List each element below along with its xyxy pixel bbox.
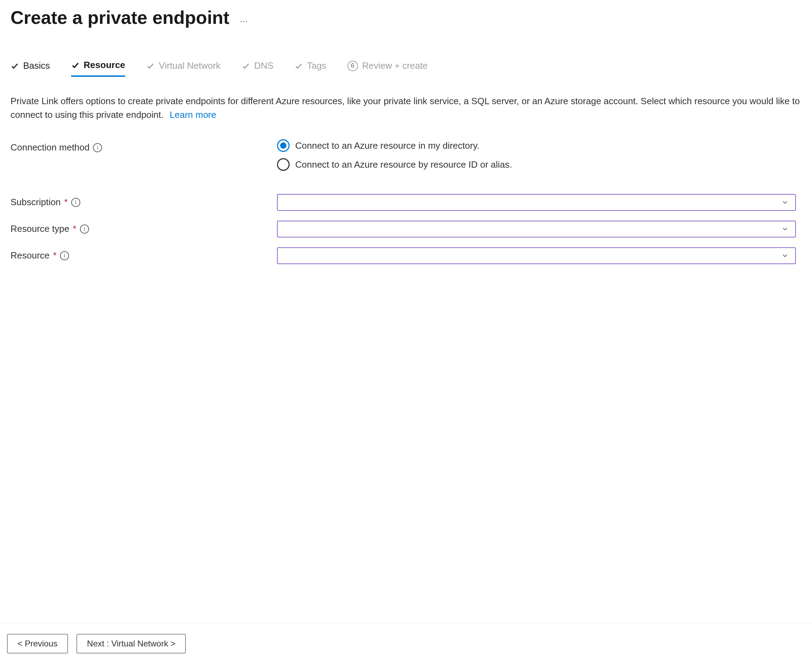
- step-number-icon: 6: [348, 61, 358, 71]
- check-icon: [11, 62, 19, 70]
- tab-label: Basics: [23, 60, 50, 71]
- required-indicator: *: [64, 197, 68, 208]
- tab-resource[interactable]: Resource: [71, 60, 125, 77]
- tab-review-create[interactable]: 6 Review + create: [348, 60, 428, 77]
- radio-unselected-icon: [277, 158, 290, 171]
- radio-option-directory[interactable]: Connect to an Azure resource in my direc…: [277, 139, 512, 152]
- tab-basics[interactable]: Basics: [11, 60, 50, 77]
- check-icon: [71, 61, 80, 70]
- tab-label: DNS: [254, 60, 273, 71]
- resource-label: Resource * i: [11, 247, 277, 261]
- tab-dns[interactable]: DNS: [242, 60, 273, 77]
- resource-type-label: Resource type * i: [11, 221, 277, 234]
- page-title: Create a private endpoint: [11, 7, 229, 28]
- chevron-down-icon: [781, 252, 789, 260]
- resource-dropdown[interactable]: [277, 247, 796, 264]
- tab-tags[interactable]: Tags: [294, 60, 326, 77]
- tab-virtual-network[interactable]: Virtual Network: [146, 60, 221, 77]
- learn-more-link[interactable]: Learn more: [170, 109, 216, 120]
- label-text: Subscription: [11, 197, 61, 208]
- label-text: Resource: [11, 250, 49, 261]
- required-indicator: *: [53, 250, 57, 261]
- radio-label: Connect to an Azure resource in my direc…: [295, 140, 480, 151]
- tab-label: Tags: [307, 60, 326, 71]
- radio-selected-icon: [277, 139, 290, 152]
- wizard-tabs: Basics Resource Virtual Network DNS Tags…: [11, 60, 801, 77]
- tab-label: Virtual Network: [159, 60, 221, 71]
- tab-description: Private Link offers options to create pr…: [11, 94, 801, 122]
- check-icon: [242, 62, 250, 70]
- connection-method-label: Connection method i: [11, 139, 277, 153]
- resource-type-dropdown[interactable]: [277, 221, 796, 238]
- description-text: Private Link offers options to create pr…: [11, 96, 800, 120]
- tab-label: Review + create: [362, 60, 428, 71]
- subscription-label: Subscription * i: [11, 194, 277, 208]
- label-text: Connection method: [11, 142, 89, 153]
- info-icon[interactable]: i: [93, 143, 102, 152]
- check-icon: [146, 62, 154, 70]
- more-icon[interactable]: ⋯: [240, 17, 248, 26]
- info-icon[interactable]: i: [60, 251, 69, 260]
- chevron-down-icon: [781, 199, 789, 206]
- required-indicator: *: [73, 223, 76, 234]
- radio-label: Connect to an Azure resource by resource…: [295, 159, 512, 170]
- info-icon[interactable]: i: [80, 225, 89, 234]
- label-text: Resource type: [11, 223, 70, 234]
- chevron-down-icon: [781, 225, 789, 233]
- connection-method-radio-group: Connect to an Azure resource in my direc…: [277, 139, 512, 171]
- radio-option-resource-id[interactable]: Connect to an Azure resource by resource…: [277, 158, 512, 171]
- check-icon: [294, 62, 303, 70]
- subscription-dropdown[interactable]: [277, 194, 796, 211]
- tab-label: Resource: [84, 60, 125, 70]
- info-icon[interactable]: i: [71, 198, 80, 207]
